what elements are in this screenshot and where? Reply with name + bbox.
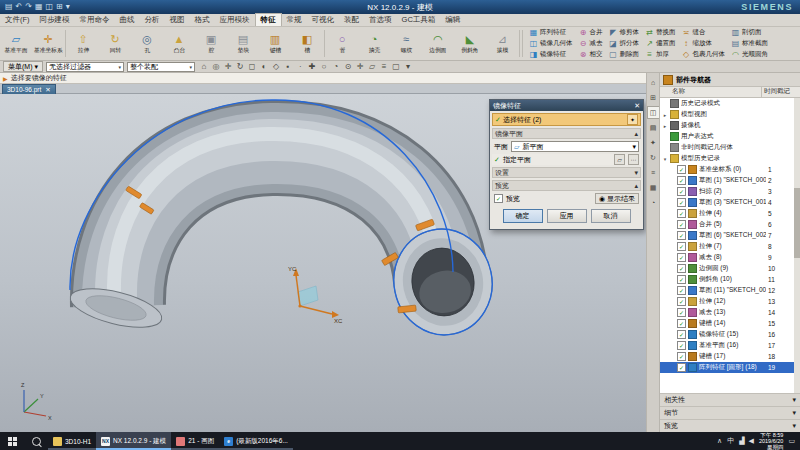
tree-row[interactable]: 非时间戳记几何体 bbox=[660, 142, 800, 153]
web-browser-icon[interactable]: ◔ bbox=[647, 196, 660, 209]
tree-row[interactable]: ✓边倒圆 (9)10 bbox=[660, 263, 800, 274]
redo-icon[interactable]: ↷ bbox=[25, 0, 32, 14]
specify-plane-row[interactable]: ✓ 指定平面 ▱ ⋯ bbox=[492, 154, 641, 165]
suppress-checkbox[interactable]: ✓ bbox=[677, 319, 686, 328]
constraint-navigator-icon[interactable]: ⊞ bbox=[647, 91, 660, 104]
tree-row[interactable]: ▾模型历史记录 bbox=[660, 153, 800, 164]
navigator-section-相关性[interactable]: 相关性▾ bbox=[660, 393, 800, 406]
tree-row[interactable]: ✓基准平面 (16)17 bbox=[660, 340, 800, 351]
suppress-checkbox[interactable]: ✓ bbox=[677, 176, 686, 185]
ribbon-small-button[interactable]: ⇄替换面 bbox=[642, 27, 679, 38]
suppress-checkbox[interactable]: ✓ bbox=[677, 198, 686, 207]
tree-row[interactable]: ✓草图 (11) "SKETCH_003"12 bbox=[660, 285, 800, 296]
wireframe-style-icon[interactable]: ◇ bbox=[270, 62, 282, 72]
twisty-open-icon[interactable]: ▾ bbox=[662, 156, 668, 162]
expand-icon[interactable]: ▾ bbox=[634, 169, 638, 177]
column-header-name[interactable]: 名称 bbox=[660, 87, 762, 97]
ribbon-button[interactable]: ◎孔 bbox=[131, 27, 163, 60]
ribbon-small-button[interactable]: ≡加厚 bbox=[642, 49, 679, 60]
network-icon[interactable]: ▟ bbox=[739, 437, 744, 445]
process-studio-icon[interactable]: ≡ bbox=[647, 166, 660, 179]
suppress-checkbox[interactable]: ✓ bbox=[677, 275, 686, 284]
ribbon-small-button[interactable]: ◨镜像特征 bbox=[526, 49, 576, 60]
tree-row[interactable]: ✓拉伸 (4)5 bbox=[660, 208, 800, 219]
snap-intersection-icon[interactable]: ✚ bbox=[306, 62, 318, 72]
taskbar-button[interactable]: NXNX 12.0.2.9 - 建模 bbox=[96, 432, 171, 450]
snap-point-icon[interactable]: ⊙ bbox=[342, 62, 354, 72]
menu-tab[interactable]: 首选项 bbox=[364, 14, 397, 26]
column-header-timestamp[interactable]: 时间戳记 bbox=[762, 87, 800, 97]
tree-row[interactable]: ▸模型视图 bbox=[660, 109, 800, 120]
navigator-section-细节[interactable]: 细节▾ bbox=[660, 406, 800, 419]
tree-row[interactable]: ✓减去 (8)9 bbox=[660, 252, 800, 263]
ribbon-small-button[interactable]: ▤标准截面 bbox=[728, 38, 771, 49]
fit-view-icon[interactable]: ⌂ bbox=[198, 62, 210, 72]
twisty-closed-icon[interactable]: ▸ bbox=[662, 123, 668, 129]
pan-icon[interactable]: ✛ bbox=[222, 62, 234, 72]
ribbon-button[interactable]: ◠边倒圆 bbox=[422, 27, 454, 60]
ribbon-button[interactable]: ▥键槽 bbox=[259, 27, 291, 60]
menu-tab[interactable]: 常规 bbox=[282, 14, 307, 26]
dialog-title-bar[interactable]: 镜像特征 ✕ bbox=[490, 100, 643, 111]
wcs-icon[interactable]: ✛ bbox=[354, 62, 366, 72]
tree-row[interactable]: ✓草图 (6) "SKETCH_002"7 bbox=[660, 230, 800, 241]
ribbon-button[interactable]: ◣倒斜角 bbox=[454, 27, 486, 60]
taskbar-button[interactable]: e(最新版2016年6... bbox=[219, 432, 293, 450]
manufacturing-wizard-icon[interactable]: ▦ bbox=[647, 181, 660, 194]
more-options-icon[interactable]: ▾ bbox=[402, 62, 414, 72]
model-3d-pipe[interactable] bbox=[67, 100, 502, 344]
qat-dropdown-icon[interactable]: ▾ bbox=[66, 0, 70, 14]
ribbon-small-button[interactable]: ⊗相交 bbox=[576, 49, 606, 60]
menu-tab[interactable]: 文件(F) bbox=[0, 14, 35, 26]
close-icon[interactable]: ✕ bbox=[45, 86, 50, 94]
switch-window-icon[interactable]: ⊞ bbox=[56, 0, 63, 14]
settings-group-header[interactable]: 设置 ▾ bbox=[492, 167, 641, 178]
ribbon-button[interactable]: ◔抽壳 bbox=[358, 27, 390, 60]
suppress-checkbox[interactable]: ✓ bbox=[677, 242, 686, 251]
search-button[interactable] bbox=[24, 432, 48, 450]
ribbon-small-button[interactable]: ◤修剪体 bbox=[606, 27, 643, 38]
close-icon[interactable]: ✕ bbox=[634, 102, 640, 110]
taskbar-clock[interactable]: 下午 8:59 2019/6/20 星期四 bbox=[759, 432, 783, 450]
navigator-section-预览[interactable]: 预览▾ bbox=[660, 419, 800, 432]
menu-tab[interactable]: 视图 bbox=[165, 14, 190, 26]
tree-row[interactable]: ✓拉伸 (7)8 bbox=[660, 241, 800, 252]
tray-expand-icon[interactable]: ∧ bbox=[717, 437, 722, 445]
ribbon-button[interactable]: ◧槽 bbox=[291, 27, 323, 60]
ribbon-button[interactable]: ▱基准平面 bbox=[0, 27, 32, 60]
selection-filter-combo[interactable]: 无选择过滤器 ▾ bbox=[46, 62, 124, 72]
cancel-button[interactable]: 取消 bbox=[591, 209, 631, 223]
orient-view-icon[interactable]: ◻ bbox=[246, 62, 258, 72]
assembly-navigator-icon[interactable]: ⌂ bbox=[647, 76, 660, 89]
part-navigator-icon[interactable]: ◫ bbox=[647, 106, 660, 119]
datum-plane-toggle-icon[interactable]: ▱ bbox=[366, 62, 378, 72]
menu-tab[interactable]: 分析 bbox=[140, 14, 165, 26]
shaded-style-icon[interactable]: ◐ bbox=[258, 62, 270, 72]
volume-icon[interactable]: ◀ bbox=[749, 437, 754, 445]
suppress-checkbox[interactable]: ✓ bbox=[677, 330, 686, 339]
apply-button[interactable]: 应用 bbox=[547, 209, 587, 223]
snap-quadrant-icon[interactable]: ◔ bbox=[330, 62, 342, 72]
history-icon[interactable]: ↻ bbox=[647, 151, 660, 164]
menu-tab[interactable]: 可视化 bbox=[307, 14, 340, 26]
ribbon-small-button[interactable]: ⊕合并 bbox=[576, 27, 606, 38]
part-navigator-header[interactable]: 部件导航器 bbox=[660, 73, 800, 87]
ok-button[interactable]: 确定 bbox=[503, 209, 543, 223]
ribbon-button[interactable]: ⇧拉伸 bbox=[67, 27, 99, 60]
collapse-icon[interactable]: ▴ bbox=[634, 182, 638, 190]
ribbon-button[interactable]: ▲凸台 bbox=[163, 27, 195, 60]
copy-icon[interactable]: ▦ bbox=[35, 0, 43, 14]
layer-settings-icon[interactable]: ≡ bbox=[378, 62, 390, 72]
work-csys[interactable]: XC YC bbox=[288, 266, 343, 324]
suppress-checkbox[interactable]: ✓ bbox=[677, 363, 686, 372]
ribbon-button[interactable]: ▤垫块 bbox=[227, 27, 259, 60]
ribbon-button[interactable]: ≈螺纹 bbox=[390, 27, 422, 60]
ime-indicator[interactable]: 中 bbox=[727, 436, 734, 446]
tree-row[interactable]: ✓拉伸 (12)13 bbox=[660, 296, 800, 307]
suppress-checkbox[interactable]: ✓ bbox=[677, 286, 686, 295]
ribbon-small-button[interactable]: ◠光顺圆角 bbox=[728, 49, 771, 60]
suppress-checkbox[interactable]: ✓ bbox=[677, 165, 686, 174]
selection-scope-combo[interactable]: 整个装配 ▾ bbox=[127, 62, 195, 72]
menu-button[interactable]: 菜单(M) ▾ bbox=[3, 61, 43, 72]
suppress-checkbox[interactable]: ✓ bbox=[677, 187, 686, 196]
